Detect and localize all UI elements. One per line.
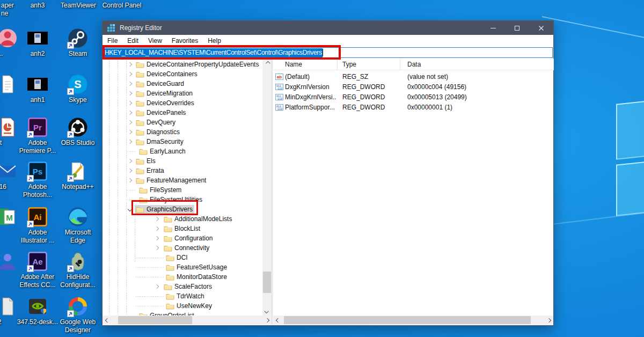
tree-item-devicemigration[interactable]: DeviceMigration xyxy=(103,89,262,98)
tree-item-configuration[interactable]: Configuration xyxy=(103,233,262,243)
desktop-icon-anh1[interactable]: anh1 xyxy=(16,74,59,104)
tree-item-additionalmodelists[interactable]: AdditionalModeLists xyxy=(103,214,262,224)
menu-edit[interactable]: Edit xyxy=(122,37,143,45)
desktop-icon-steam[interactable]: Steam xyxy=(56,28,99,58)
tree-key[interactable]: BlockList xyxy=(163,224,202,233)
tree-item-devicecontainers[interactable]: DeviceContainers xyxy=(103,69,262,79)
tree-item-els[interactable]: Els xyxy=(103,156,262,166)
menu-view[interactable]: View xyxy=(143,37,167,45)
tree-key[interactable]: DevQuery xyxy=(135,118,177,127)
menu-favorites[interactable]: Favorites xyxy=(167,37,203,45)
tree-key[interactable]: DeviceContainers xyxy=(135,70,199,78)
tree-key[interactable]: AdditionalModeLists xyxy=(163,215,233,223)
desktop-icon-skype[interactable]: SSkype xyxy=(56,74,99,104)
tree-key[interactable]: DeviceContainerPropertyUpdateEvents xyxy=(135,60,260,69)
scrollbar-thumb[interactable] xyxy=(263,272,271,293)
values-horizontal-scrollbar[interactable] xyxy=(273,316,553,325)
desktop-icon-label[interactable]: Control Panel xyxy=(98,2,146,10)
scrollbar-track[interactable] xyxy=(282,316,544,325)
chevron-right-icon[interactable] xyxy=(128,140,132,144)
tree-key[interactable]: DeviceMigration xyxy=(135,89,194,98)
desktop-icon-label[interactable]: anh3 xyxy=(16,2,59,10)
scroll-left-button[interactable] xyxy=(103,316,112,325)
chevron-right-icon[interactable] xyxy=(128,72,132,76)
desktop-icon-hidhide[interactable]: HidHide Configurat... xyxy=(56,251,99,289)
desktop-icon-adobe-after[interactable]: AeAdobe After Effects CC... xyxy=(16,251,59,289)
chevron-right-icon[interactable] xyxy=(128,159,132,163)
tree-key[interactable]: TdrWatch xyxy=(165,292,206,301)
chevron-right-icon[interactable] xyxy=(128,169,132,173)
tree-item-monitordatastore[interactable]: MonitorDataStore xyxy=(103,272,262,282)
address-bar-input[interactable]: HKEY_LOCAL_MACHINE\SYSTEM\CurrentControl… xyxy=(103,47,553,58)
tree-key[interactable]: Diagnostics xyxy=(135,128,181,136)
tree-key[interactable]: FeatureManagement xyxy=(135,176,208,185)
chevron-right-icon[interactable] xyxy=(155,284,159,289)
tree-key[interactable]: DeviceGuard xyxy=(135,79,186,88)
maximize-button[interactable] xyxy=(505,21,529,35)
chevron-right-icon[interactable] xyxy=(155,217,159,221)
desktop-icon-adobe[interactable]: PrAdobe Premiere P... xyxy=(16,117,59,155)
desktop-icon-obs-studio[interactable]: OBS Studio xyxy=(56,117,99,147)
minimize-button[interactable] xyxy=(481,21,505,35)
desktop-icon-347-52-desk-[interactable]: 347.52-desk... xyxy=(16,296,59,326)
tree-key[interactable]: EarlyLaunch xyxy=(138,147,187,156)
chevron-right-icon[interactable] xyxy=(128,130,132,134)
desktop-icon-microsoft[interactable]: Microsoft Edge xyxy=(56,207,99,245)
tree-item-grouporderlist[interactable]: GroupOrderList xyxy=(103,311,262,316)
scrollbar-thumb[interactable] xyxy=(118,316,192,324)
menu-help[interactable]: Help xyxy=(203,37,226,45)
tree-item-deviceoverrides[interactable]: DeviceOverrides xyxy=(103,98,262,108)
desktop-icon-google-web[interactable]: Google Web Designer xyxy=(56,296,99,334)
tree-key[interactable]: FeatureSetUsage xyxy=(165,263,229,272)
value-row-platformsuppor[interactable]: 011110PlatformSuppor...REG_DWORD0x000000… xyxy=(273,102,553,113)
tree-key[interactable]: FileSystem xyxy=(138,186,183,194)
chevron-right-icon[interactable] xyxy=(128,101,132,105)
tree-item-earlylaunch[interactable]: EarlyLaunch xyxy=(103,146,262,156)
tree-item-errata[interactable]: Errata xyxy=(103,166,262,175)
chevron-right-icon[interactable] xyxy=(128,111,132,115)
window-titlebar[interactable]: Registry Editor xyxy=(103,21,553,35)
chevron-right-icon[interactable] xyxy=(155,226,159,231)
desktop-icon-notepad-[interactable]: Notepad++ xyxy=(56,161,99,191)
tree-item-connectivity[interactable]: Connectivity xyxy=(103,243,262,253)
tree-item-featuresetusage[interactable]: FeatureSetUsage xyxy=(103,262,262,272)
column-header-type[interactable]: Type xyxy=(338,58,400,70)
value-row-mindxgkrnlversi[interactable]: 011110MinDxgKrnlVersi...REG_DWORD0x00005… xyxy=(273,92,553,102)
scroll-down-button[interactable] xyxy=(262,306,272,316)
tree-item-filesystem[interactable]: FileSystem xyxy=(103,185,262,195)
tree-item-devicecontainerpropertyupdateevents[interactable]: DeviceContainerPropertyUpdateEvents xyxy=(103,60,262,69)
tree-key[interactable]: Connectivity xyxy=(163,244,211,252)
tree-item-featuremanagement[interactable]: FeatureManagement xyxy=(103,175,262,185)
tree-key[interactable]: Configuration xyxy=(163,234,214,243)
chevron-right-icon[interactable] xyxy=(128,82,132,86)
chevron-right-icon[interactable] xyxy=(128,62,132,67)
desktop-icon-anh2[interactable]: anh2 xyxy=(16,28,59,58)
tree-item-devicepanels[interactable]: DevicePanels xyxy=(103,108,262,118)
scroll-left-button[interactable] xyxy=(273,316,282,325)
tree-item-diagnostics[interactable]: Diagnostics xyxy=(103,127,262,137)
value-row-dxgkrnlversion[interactable]: 011110DxgKrnlVersionREG_DWORD0x0000c004 … xyxy=(273,82,553,92)
tree-horizontal-scrollbar[interactable] xyxy=(103,316,272,325)
tree-key[interactable]: UseNewKey xyxy=(165,302,214,310)
chevron-right-icon[interactable] xyxy=(128,120,132,124)
scrollbar-thumb[interactable] xyxy=(284,316,531,324)
tree-selected-key[interactable]: GraphicsDrivers xyxy=(135,205,194,214)
tree-item-dci[interactable]: DCI xyxy=(103,253,262,262)
scroll-right-button[interactable] xyxy=(262,316,272,325)
scrollbar-track[interactable] xyxy=(112,316,262,325)
tree-key[interactable]: Errata xyxy=(135,166,166,175)
tree-key[interactable]: ScaleFactors xyxy=(163,282,214,291)
chevron-right-icon[interactable] xyxy=(155,246,159,250)
tree-key[interactable]: DCI xyxy=(165,253,189,262)
chevron-right-icon[interactable] xyxy=(128,178,132,182)
tree-key[interactable]: Els xyxy=(135,157,157,165)
close-button[interactable] xyxy=(529,21,553,35)
tree-key[interactable]: GroupOrderList xyxy=(138,311,196,316)
tree-item-tdrwatch[interactable]: TdrWatch xyxy=(103,291,262,301)
desktop-icon-adobe[interactable]: PsAdobe Photosh... xyxy=(16,161,59,199)
scroll-up-button[interactable] xyxy=(262,58,272,68)
tree-item-deviceguard[interactable]: DeviceGuard xyxy=(103,79,262,89)
tree-key[interactable]: DmaSecurity xyxy=(135,137,185,146)
desktop-icon-label[interactable]: TeamViewer xyxy=(57,2,100,10)
tree-vertical-scrollbar[interactable] xyxy=(262,58,272,316)
